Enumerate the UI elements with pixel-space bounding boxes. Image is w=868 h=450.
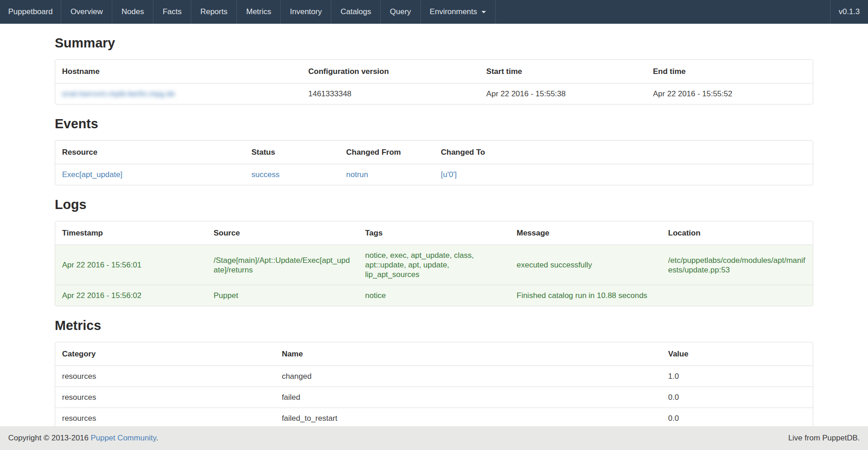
table-cell: failed	[275, 387, 661, 408]
table-cell: 0.0	[661, 408, 813, 429]
nav-item-overview[interactable]: Overview	[61, 0, 112, 24]
puppet-community-link[interactable]: Puppet Community	[91, 434, 156, 442]
nav-item-query[interactable]: Query	[381, 0, 420, 24]
version-label: v0.1.3	[839, 7, 860, 16]
footer: Copyright © 2013-2016 Puppet Community. …	[0, 426, 868, 450]
table-cell: resources	[55, 408, 275, 429]
copyright-period: .	[156, 434, 158, 442]
copyright-text: Copyright © 2013-2016	[8, 434, 89, 442]
table-row: resourcesfailed0.0	[55, 387, 813, 408]
table-cell: 1461333348	[302, 84, 480, 105]
table-cell: resources	[55, 366, 275, 387]
column-header-hostname: Hostname	[55, 60, 302, 84]
events-heading: Events	[55, 115, 813, 132]
column-header-changed-to: Changed To	[434, 141, 813, 164]
table-cell: [u'0']	[434, 164, 813, 185]
table-header-row: TimestampSourceTagsMessageLocation	[55, 221, 813, 245]
table-cell	[661, 285, 813, 306]
column-header-value: Value	[661, 342, 813, 366]
logs-section: Logs TimestampSourceTagsMessageLocationA…	[55, 196, 813, 306]
table-cell: Exec[apt_update]	[55, 164, 245, 185]
summary-section: Summary HostnameConfiguration versionSta…	[55, 35, 813, 105]
table-header-row: HostnameConfiguration versionStart timeE…	[55, 60, 813, 84]
summary-table: HostnameConfiguration versionStart timeE…	[55, 59, 813, 105]
column-header-end-time: End time	[646, 60, 813, 84]
table-cell: notice	[358, 285, 510, 306]
table-cell: /etc/puppetlabs/code/modules/apt/manifes…	[661, 245, 813, 285]
column-header-tags: Tags	[358, 221, 510, 245]
navbar: Puppetboard OverviewNodesFactsReportsMet…	[0, 0, 868, 24]
nav-item-metrics[interactable]: Metrics	[237, 0, 280, 24]
brand-link-puppetboard[interactable]: Puppetboard	[0, 0, 61, 24]
copyright: Copyright © 2013-2016 Puppet Community.	[8, 434, 158, 443]
nav-item-facts[interactable]: Facts	[153, 0, 191, 24]
metrics-table: CategoryNameValueresourceschanged1.0reso…	[55, 342, 813, 440]
table-cell: Puppet	[207, 285, 358, 306]
table-cell: executed successfully	[510, 245, 661, 285]
table-cell: /Stage[main]/Apt::Update/Exec[apt_update…	[207, 245, 358, 285]
cell-link[interactable]: [u'0']	[441, 170, 457, 179]
column-header-category: Category	[55, 342, 275, 366]
table-row: Apr 22 2016 - 15:56:02PuppetnoticeFinish…	[55, 285, 813, 306]
nav-dropdown-environments[interactable]: Environments	[421, 0, 495, 24]
table-row: snat-tservvm.mpib-berlin.mpg.de146133334…	[55, 84, 813, 105]
nav-menu: OverviewNodesFactsReportsMetricsInventor…	[61, 0, 495, 24]
table-row: Apr 22 2016 - 15:56:01/Stage[main]/Apt::…	[55, 245, 813, 285]
column-header-name: Name	[275, 342, 661, 366]
column-header-source: Source	[207, 221, 358, 245]
table-header-row: ResourceStatusChanged FromChanged To	[55, 141, 813, 164]
table-cell: success	[245, 164, 340, 185]
nav-item-catalogs[interactable]: Catalogs	[331, 0, 380, 24]
events-section: Events ResourceStatusChanged FromChanged…	[55, 115, 813, 185]
puppetdb-status: Live from PuppetDB.	[788, 434, 860, 443]
chevron-down-icon	[481, 11, 486, 13]
table-cell: failed_to_restart	[275, 408, 661, 429]
table-cell: Finished catalog run in 10.88 seconds	[510, 285, 661, 306]
nav-item-reports[interactable]: Reports	[191, 0, 237, 24]
table-cell: snat-tservvm.mpib-berlin.mpg.de	[55, 84, 302, 105]
column-header-start-time: Start time	[480, 60, 646, 84]
table-cell: Apr 22 2016 - 15:56:02	[55, 285, 207, 306]
column-header-location: Location	[661, 221, 813, 245]
table-row: resourceschanged1.0	[55, 366, 813, 387]
table-cell: Apr 22 2016 - 15:56:01	[55, 245, 207, 285]
redacted-link[interactable]: snat-tservvm.mpib-berlin.mpg.de	[62, 89, 175, 98]
logs-table: TimestampSourceTagsMessageLocationApr 22…	[55, 221, 813, 306]
cell-link[interactable]: Exec[apt_update]	[62, 170, 122, 179]
table-cell: notrun	[340, 164, 434, 185]
table-row: resourcesfailed_to_restart0.0	[55, 408, 813, 429]
table-cell: 0.0	[661, 387, 813, 408]
table-cell: Apr 22 2016 - 15:55:52	[646, 84, 813, 105]
table-header-row: CategoryNameValue	[55, 342, 813, 366]
table-cell: notice, exec, apt_update, class, apt::up…	[358, 245, 510, 285]
logs-heading: Logs	[55, 196, 813, 213]
column-header-resource: Resource	[55, 141, 245, 164]
report-page: Summary HostnameConfiguration versionSta…	[55, 35, 813, 450]
events-table: ResourceStatusChanged FromChanged ToExec…	[55, 140, 813, 185]
metrics-heading: Metrics	[55, 317, 813, 334]
cell-link[interactable]: notrun	[346, 170, 368, 179]
table-cell: 1.0	[661, 366, 813, 387]
column-header-status: Status	[245, 141, 340, 164]
column-header-changed-from: Changed From	[340, 141, 434, 164]
summary-heading: Summary	[55, 35, 813, 51]
column-header-timestamp: Timestamp	[55, 221, 207, 245]
metrics-section: Metrics CategoryNameValueresourceschange…	[55, 317, 813, 440]
column-header-message: Message	[510, 221, 661, 245]
column-header-configuration-version: Configuration version	[302, 60, 480, 84]
nav-item-inventory[interactable]: Inventory	[281, 0, 331, 24]
nav-item-nodes[interactable]: Nodes	[112, 0, 153, 24]
table-row: Exec[apt_update]successnotrun[u'0']	[55, 164, 813, 185]
table-cell: resources	[55, 387, 275, 408]
table-cell: Apr 22 2016 - 15:55:38	[480, 84, 646, 105]
table-cell: changed	[275, 366, 661, 387]
navbar-right: v0.1.3	[830, 0, 868, 24]
cell-link[interactable]: success	[251, 170, 279, 179]
